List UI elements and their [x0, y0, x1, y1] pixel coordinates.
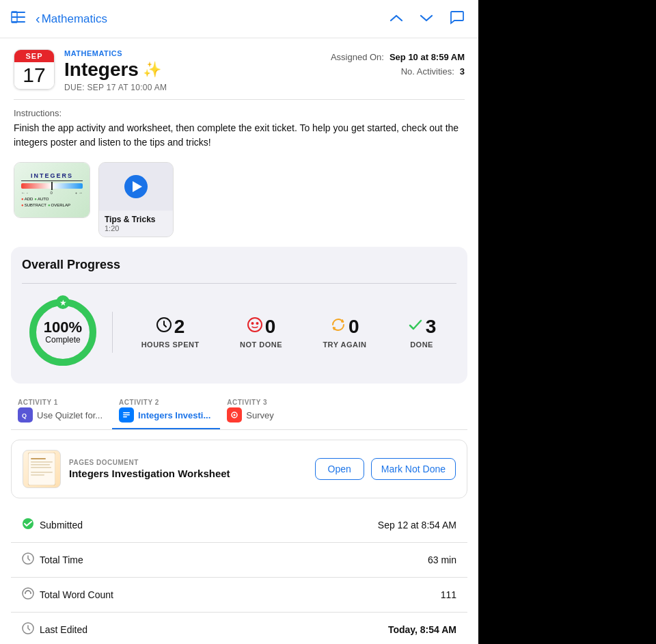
total-time-label: Total Time [40, 554, 83, 565]
svg-rect-21 [28, 453, 55, 485]
donut-chart: ★ 100% Complete [22, 295, 104, 370]
svg-text:★: ★ [59, 298, 67, 308]
tab-3-content: Survey [227, 407, 292, 422]
tab-1-label: ACTIVITY 1 [18, 399, 102, 406]
stat-items: 2 HOURS SPENT [121, 316, 456, 349]
chevron-left-icon: ‹ [36, 11, 40, 27]
done-value: 3 [426, 316, 437, 338]
svg-rect-23 [31, 461, 53, 463]
instructions-text: Finish the app activity and worksheet, t… [14, 121, 465, 150]
progress-stats: ★ 100% Complete [22, 295, 456, 370]
activity-tabs: ACTIVITY 1 Q Use Quizlet for... ACTIVITY… [11, 393, 467, 430]
assignment-meta: Assigned On: Sep 10 at 8:59 AM No. Activ… [328, 49, 465, 81]
svg-rect-25 [31, 467, 51, 468]
svg-rect-27 [31, 474, 44, 476]
top-nav: ‹ Mathematics [0, 0, 478, 38]
doc-type: PAGES DOCUMENT [69, 459, 307, 466]
svg-rect-22 [31, 458, 46, 459]
calendar-badge: SEP 17 [14, 49, 55, 90]
activities-section: ACTIVITY 1 Q Use Quizlet for... ACTIVITY… [0, 393, 478, 644]
last-edited-value: Today, 8:54 AM [388, 624, 456, 635]
stat-notdone-top: 0 [247, 316, 276, 338]
instructions-section: Instructions: Finish the app activity an… [0, 100, 478, 155]
word-count-value: 111 [441, 589, 456, 600]
resources-section: INTEGERS ← -0+ → ●ADD ●AUTO ●SUBTRACT ● [0, 155, 478, 247]
clock-icon [156, 317, 172, 337]
progress-divider [22, 283, 456, 284]
tab-1-content: Q Use Quizlet for... [18, 407, 102, 422]
assigned-on-label: Assigned On: [331, 52, 384, 62]
tab-3-icon [227, 407, 242, 422]
sparkle-icon: ✨ [143, 61, 161, 79]
activity-detail-card: PAGES DOCUMENT Integers Investigation Wo… [11, 440, 467, 498]
doc-actions: Open Mark Not Done [315, 458, 456, 480]
assignment-header: SEP 17 MATHEMATICS Integers ✨ DUE: SEP 1… [0, 38, 478, 99]
svg-point-20 [234, 414, 236, 416]
hours-label: HOURS SPENT [141, 340, 200, 349]
tab-1-name: Use Quizlet for... [37, 410, 102, 420]
word-count-row: Total Word Count 111 [11, 577, 467, 612]
stat-try-again: 0 TRY AGAIN [323, 316, 366, 349]
calendar-day: 17 [14, 62, 54, 89]
play-triangle [133, 181, 142, 192]
tab-2-name: Integers Investi... [138, 410, 210, 420]
assignment-due: DUE: SEP 17 AT 10:00 AM [64, 83, 318, 92]
video-info: Tips & Tricks 1:20 [99, 211, 173, 237]
word-count-left: Total Word Count [22, 587, 113, 602]
progress-section: Overall Progress ★ 100% Complete [11, 247, 467, 384]
calendar-month: SEP [14, 50, 54, 62]
stat-done-top: 3 [407, 316, 437, 338]
tab-2-label: ACTIVITY 2 [119, 399, 210, 406]
last-edited-icon [22, 622, 34, 637]
comment-button[interactable] [447, 7, 467, 31]
last-edited-label: Last Edited [40, 624, 87, 635]
integers-poster-card[interactable]: INTEGERS ← -0+ → ●ADD ●AUTO ●SUBTRACT ● [14, 162, 90, 218]
navigate-down-button[interactable] [417, 8, 436, 29]
svg-rect-17 [123, 416, 127, 418]
tab-activity-1[interactable]: ACTIVITY 1 Q Use Quizlet for... [11, 393, 112, 429]
total-time-row: Total Time 63 min [11, 542, 467, 577]
video-title: Tips & Tricks [105, 215, 167, 224]
tryagain-icon [330, 317, 346, 337]
play-button-icon [124, 175, 148, 198]
tryagain-label: TRY AGAIN [323, 340, 366, 349]
svg-point-9 [248, 318, 262, 332]
tab-activity-2[interactable]: ACTIVITY 2 Integers Investi... [112, 393, 220, 429]
mark-not-done-button[interactable]: Mark Not Done [371, 458, 456, 480]
tryagain-value: 0 [348, 316, 359, 338]
doc-row: PAGES DOCUMENT Integers Investigation Wo… [23, 450, 456, 488]
hours-value: 2 [174, 316, 185, 338]
back-button[interactable]: ‹ Mathematics [36, 11, 107, 27]
open-button[interactable]: Open [315, 458, 364, 480]
tab-2-icon [119, 407, 134, 422]
svg-rect-26 [31, 472, 53, 473]
done-label: DONE [410, 340, 433, 349]
assignment-subject: MATHEMATICS [64, 49, 318, 57]
navigate-up-button[interactable] [387, 8, 406, 29]
video-thumbnail [99, 163, 173, 211]
submitted-label: Submitted [40, 520, 83, 531]
right-panel [478, 0, 656, 644]
total-time-value: 63 min [428, 554, 456, 565]
video-card[interactable]: Tips & Tricks 1:20 [98, 162, 174, 237]
total-time-left: Total Time [22, 552, 83, 567]
stat-tryagain-top: 0 [330, 316, 359, 338]
submitted-value: Sep 12 at 8:54 AM [378, 520, 456, 531]
assignment-info: MATHEMATICS Integers ✨ DUE: SEP 17 AT 10… [64, 49, 318, 92]
tab-activity-3[interactable]: ACTIVITY 3 Survey [220, 393, 302, 429]
sidebar-toggle-icon[interactable] [11, 10, 26, 28]
last-edited-left: Last Edited [22, 622, 87, 637]
doc-thumbnail [23, 450, 61, 488]
stat-not-done: 0 NOT DONE [240, 316, 282, 349]
svg-text:Q: Q [22, 412, 27, 419]
tab-2-content: Integers Investi... [119, 407, 210, 422]
stat-divider [112, 312, 113, 353]
assigned-on-value: Sep 10 at 8:59 AM [390, 52, 465, 62]
donut-center: 100% Complete [44, 320, 82, 345]
svg-point-10 [251, 322, 254, 325]
stat-done: 3 DONE [407, 316, 437, 349]
tab-1-icon: Q [18, 407, 33, 422]
wordcount-icon [22, 587, 34, 602]
doc-name: Integers Investigation Worksheet [69, 468, 307, 479]
nav-right-icons [387, 7, 467, 31]
